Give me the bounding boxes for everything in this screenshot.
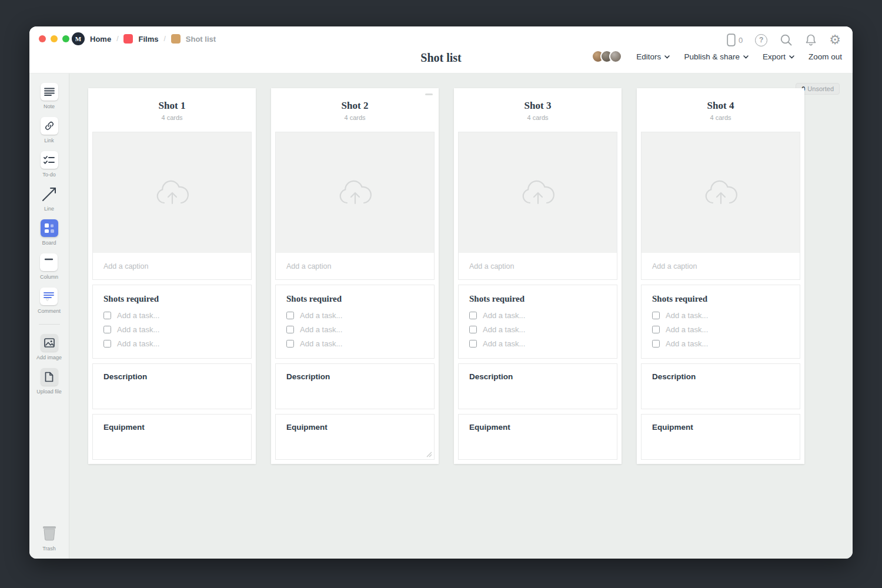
milanote-logo-icon[interactable]: M bbox=[72, 32, 85, 45]
caption-field[interactable]: Add a caption bbox=[93, 253, 251, 279]
notifications-bell-icon[interactable] bbox=[805, 34, 817, 46]
tool-upload-file[interactable]: Upload file bbox=[36, 368, 62, 395]
shot-column-4: Shot 4 4 cards Add a caption Shots requi… bbox=[637, 88, 804, 464]
column-header: Shot 3 4 cards bbox=[458, 92, 617, 127]
tool-note[interactable]: Note bbox=[41, 83, 58, 109]
description-card[interactable]: Description bbox=[275, 363, 435, 409]
shot-list-board-icon[interactable] bbox=[171, 34, 181, 44]
tool-label: Note bbox=[44, 103, 55, 109]
description-card[interactable]: Description bbox=[641, 363, 800, 409]
zoom-out-button[interactable]: Zoom out bbox=[808, 52, 842, 61]
board-icon bbox=[41, 219, 58, 237]
export-button[interactable]: Export bbox=[763, 52, 794, 61]
tool-comment[interactable]: Comment bbox=[38, 288, 61, 314]
image-drop-zone[interactable] bbox=[276, 132, 434, 253]
todo-card-title[interactable]: Shots required bbox=[469, 294, 606, 304]
breadcrumb-films[interactable]: Films bbox=[138, 35, 158, 44]
column-collapse-handle[interactable] bbox=[425, 93, 433, 95]
image-drop-zone[interactable] bbox=[93, 132, 251, 253]
tool-add-image[interactable]: Add image bbox=[36, 334, 62, 360]
task-checkbox[interactable] bbox=[286, 312, 294, 319]
app-body: Note Link To-do Line bbox=[29, 74, 853, 559]
header-controls: Editors Publish & share Export Zoom out bbox=[592, 50, 842, 63]
caption-field[interactable]: Add a caption bbox=[642, 253, 800, 279]
task-checkbox[interactable] bbox=[652, 340, 660, 348]
task-placeholder[interactable]: Add a task... bbox=[117, 325, 159, 334]
mobile-uploads-button[interactable]: 0 bbox=[727, 34, 743, 46]
description-card[interactable]: Description bbox=[92, 363, 252, 409]
equipment-card[interactable]: Equipment bbox=[92, 414, 252, 460]
image-card: Add a caption bbox=[275, 132, 435, 280]
tool-line[interactable]: Line bbox=[41, 185, 58, 212]
tool-label: Board bbox=[42, 240, 56, 246]
publish-share-button[interactable]: Publish & share bbox=[684, 52, 749, 61]
tool-link[interactable]: Link bbox=[41, 117, 58, 143]
image-card: Add a caption bbox=[92, 132, 252, 280]
resize-handle[interactable] bbox=[426, 452, 432, 457]
column-header: Shot 2 4 cards bbox=[275, 92, 435, 127]
task-checkbox[interactable] bbox=[652, 312, 660, 319]
task-placeholder[interactable]: Add a task... bbox=[483, 311, 525, 320]
help-icon[interactable]: ? bbox=[755, 34, 767, 46]
task-checkbox[interactable] bbox=[469, 326, 477, 333]
image-drop-zone[interactable] bbox=[459, 132, 617, 253]
shot-column-2: Shot 2 4 cards Add a caption Shots requi… bbox=[271, 88, 439, 464]
tool-label: Column bbox=[40, 274, 58, 280]
films-board-icon[interactable] bbox=[123, 34, 133, 44]
column-title[interactable]: Shot 2 bbox=[275, 100, 435, 112]
todo-card-title[interactable]: Shots required bbox=[103, 294, 240, 304]
task-placeholder[interactable]: Add a task... bbox=[117, 311, 159, 320]
tool-board[interactable]: Board bbox=[41, 219, 58, 246]
close-window-button[interactable] bbox=[39, 35, 46, 42]
equipment-card[interactable]: Equipment bbox=[641, 414, 800, 460]
image-card: Add a caption bbox=[458, 132, 617, 280]
window-controls bbox=[39, 35, 69, 42]
board-canvas[interactable]: 0 Unsorted Shot 1 4 cards Add a caption bbox=[69, 74, 853, 559]
editor-avatars[interactable] bbox=[592, 50, 622, 63]
task-placeholder[interactable]: Add a task... bbox=[117, 339, 159, 348]
editors-menu-button[interactable]: Editors bbox=[636, 52, 670, 61]
task-placeholder[interactable]: Add a task... bbox=[300, 311, 342, 320]
task-placeholder[interactable]: Add a task... bbox=[666, 339, 708, 348]
image-drop-zone[interactable] bbox=[642, 132, 800, 253]
tool-label: Comment bbox=[38, 308, 61, 314]
task-checkbox[interactable] bbox=[103, 340, 111, 348]
trash-dropzone[interactable]: Trash bbox=[29, 523, 69, 552]
column-title[interactable]: Shot 3 bbox=[458, 100, 617, 112]
task-placeholder[interactable]: Add a task... bbox=[300, 325, 342, 334]
task-checkbox[interactable] bbox=[469, 340, 477, 348]
todo-card-title[interactable]: Shots required bbox=[286, 294, 423, 304]
task-placeholder[interactable]: Add a task... bbox=[666, 311, 708, 320]
task-placeholder[interactable]: Add a task... bbox=[666, 325, 708, 334]
minimize-window-button[interactable] bbox=[51, 35, 58, 42]
export-label: Export bbox=[763, 52, 786, 61]
column-title[interactable]: Shot 4 bbox=[641, 100, 800, 112]
todo-card-title[interactable]: Shots required bbox=[652, 294, 789, 304]
upload-cloud-icon bbox=[155, 179, 189, 206]
task-placeholder[interactable]: Add a task... bbox=[483, 339, 525, 348]
breadcrumb-home[interactable]: Home bbox=[90, 35, 111, 44]
task-checkbox[interactable] bbox=[469, 312, 477, 319]
caption-field[interactable]: Add a caption bbox=[459, 253, 617, 279]
column-title[interactable]: Shot 1 bbox=[92, 100, 252, 112]
task-checkbox[interactable] bbox=[286, 326, 294, 333]
tool-column[interactable]: Column bbox=[40, 253, 58, 280]
equipment-card[interactable]: Equipment bbox=[458, 414, 617, 460]
mobile-uploads-count: 0 bbox=[739, 36, 743, 45]
zoom-window-button[interactable] bbox=[62, 35, 69, 42]
settings-gear-icon[interactable]: ⚙ bbox=[829, 34, 841, 46]
search-icon[interactable] bbox=[780, 34, 793, 46]
caption-field[interactable]: Add a caption bbox=[276, 253, 434, 279]
tool-todo[interactable]: To-do bbox=[41, 151, 58, 178]
note-card-title: Description bbox=[103, 372, 240, 381]
task-placeholder[interactable]: Add a task... bbox=[483, 325, 525, 334]
line-arrow-icon bbox=[41, 185, 58, 203]
shot-column-1: Shot 1 4 cards Add a caption Shots requi… bbox=[88, 88, 256, 464]
description-card[interactable]: Description bbox=[458, 363, 617, 409]
equipment-card[interactable]: Equipment bbox=[275, 414, 435, 460]
task-checkbox[interactable] bbox=[286, 340, 294, 348]
task-checkbox[interactable] bbox=[652, 326, 660, 333]
task-placeholder[interactable]: Add a task... bbox=[300, 339, 342, 348]
task-checkbox[interactable] bbox=[103, 312, 111, 319]
task-checkbox[interactable] bbox=[103, 326, 111, 333]
